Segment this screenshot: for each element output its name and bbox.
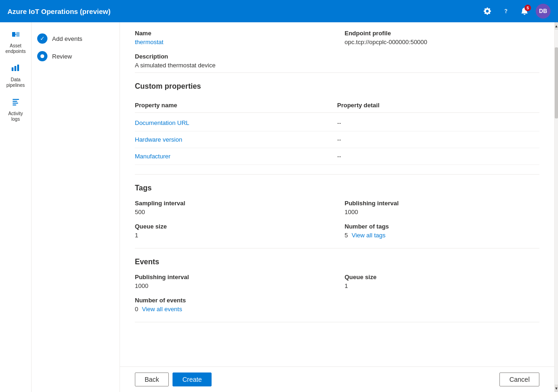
number-of-tags-value-group: 5 View all tags (345, 232, 539, 239)
view-all-events-link[interactable]: View all events (142, 306, 182, 313)
app-title: Azure IoT Operations (preview) (7, 7, 480, 15)
svg-rect-5 (17, 65, 19, 71)
tags-publishing-interval-item: Publishing interval 1000 (345, 200, 539, 216)
number-of-events-value-group: 0 View all events (135, 306, 539, 313)
events-queue-size-label: Queue size (345, 274, 539, 281)
bottom-spacer (135, 322, 539, 333)
number-of-tags-item: Number of tags 5 View all tags (345, 223, 539, 239)
svg-rect-3 (12, 67, 13, 71)
number-of-events-label: Number of events (135, 297, 539, 304)
custom-properties-title: Custom properties (135, 82, 539, 91)
svg-rect-1 (16, 32, 20, 37)
tags-queue-size-value: 1 (135, 232, 330, 239)
tags-info-grid: Sampling interval 500 Publishing interva… (135, 200, 539, 239)
prop-row-documentation-url: Documentation URL -- (135, 115, 539, 131)
svg-rect-4 (14, 66, 16, 71)
svg-rect-8 (13, 103, 18, 104)
number-of-tags-count: 5 (345, 232, 348, 239)
notification-badge: 5 (525, 5, 531, 11)
scroll-track (555, 30, 558, 385)
view-all-tags-link[interactable]: View all tags (352, 232, 385, 239)
step-review[interactable]: Review (37, 47, 114, 65)
prop-name-hardware-version[interactable]: Hardware version (135, 136, 337, 143)
svg-rect-9 (13, 105, 16, 105)
prop-detail-manufacturer: -- (337, 153, 539, 160)
sampling-interval-label: Sampling interval (135, 200, 330, 207)
endpoint-profile-label: Endpoint profile (345, 30, 539, 37)
content-scroll[interactable]: Name thermostat Endpoint profile opc.tcp… (120, 22, 554, 366)
content-area: Name thermostat Endpoint profile opc.tcp… (120, 22, 554, 392)
sampling-interval-value: 500 (135, 209, 330, 216)
prop-col-detail: Property detail (337, 102, 539, 109)
right-scrollbar[interactable]: ▲ ▼ (554, 22, 558, 392)
help-button[interactable] (498, 4, 513, 19)
prop-col-name: Property name (135, 102, 337, 109)
number-of-tags-label: Number of tags (345, 223, 539, 230)
svg-rect-6 (13, 99, 19, 100)
notifications-button[interactable]: 5 (517, 4, 532, 19)
create-button[interactable]: Create (173, 372, 212, 386)
description-item: Description A simulated thermostat devic… (135, 53, 539, 69)
scroll-up-button[interactable]: ▲ (555, 22, 558, 30)
scroll-down-button[interactable]: ▼ (555, 385, 558, 392)
asset-name-value[interactable]: thermostat (135, 39, 330, 46)
activity-logs-icon (11, 98, 20, 109)
tags-queue-size-label: Queue size (135, 223, 330, 230)
number-of-events-count: 0 (135, 306, 138, 313)
events-section: Events Publishing interval 1000 Queue si… (135, 248, 539, 322)
tags-publishing-interval-label: Publishing interval (345, 200, 539, 207)
settings-button[interactable] (480, 4, 495, 19)
asset-info-grid: Name thermostat Endpoint profile opc.tcp… (135, 30, 539, 46)
prop-detail-hardware-version: -- (337, 136, 539, 143)
number-of-events-item: Number of events 0 View all events (135, 297, 539, 313)
topbar-actions: 5 DB (480, 4, 551, 19)
user-avatar[interactable]: DB (536, 4, 551, 19)
asset-info-section: Name thermostat Endpoint profile opc.tcp… (135, 22, 539, 73)
steps-panel: ✓ Add events Review (32, 22, 120, 392)
svg-rect-0 (12, 32, 15, 37)
footer: Back Create Cancel (120, 366, 554, 392)
step-add-events-label: Add events (52, 35, 82, 42)
prop-row-hardware-version: Hardware version -- (135, 131, 539, 148)
scroll-thumb (555, 47, 558, 118)
sidebar-item-activity-logs[interactable]: Activity logs (2, 94, 30, 126)
description-label: Description (135, 53, 539, 60)
step-add-events-circle: ✓ (37, 33, 47, 44)
prop-row-manufacturer: Manufacturer -- (135, 148, 539, 165)
sidebar: Asset endpoints Data pipelines Activity … (0, 22, 32, 392)
custom-properties-section: Custom properties Property name Property… (135, 73, 539, 175)
asset-name-label: Name (135, 30, 330, 37)
prop-name-manufacturer[interactable]: Manufacturer (135, 153, 337, 160)
data-pipelines-icon (11, 64, 20, 75)
sidebar-item-data-pipelines-label: Data pipelines (4, 77, 28, 88)
prop-detail-documentation-url: -- (337, 119, 539, 126)
endpoint-profile-value: opc.tcp://opcplc-000000:50000 (345, 39, 539, 46)
sampling-interval-item: Sampling interval 500 (135, 200, 330, 216)
sidebar-item-data-pipelines[interactable]: Data pipelines (2, 60, 30, 92)
events-publishing-interval-item: Publishing interval 1000 (135, 274, 330, 289)
step-add-events[interactable]: ✓ Add events (37, 30, 114, 47)
asset-name-item: Name thermostat (135, 30, 330, 46)
events-info-grid: Publishing interval 1000 Queue size 1 (135, 274, 539, 289)
events-queue-size-item: Queue size 1 (345, 274, 539, 289)
tags-section: Tags Sampling interval 500 Publishing in… (135, 175, 539, 248)
cancel-button[interactable]: Cancel (499, 372, 539, 386)
sidebar-item-asset-endpoints[interactable]: Asset endpoints (2, 26, 30, 58)
sidebar-item-asset-endpoints-label: Asset endpoints (4, 43, 28, 54)
main-layout: Asset endpoints Data pipelines Activity … (0, 22, 558, 392)
events-publishing-interval-value: 1000 (135, 282, 330, 289)
events-section-title: Events (135, 258, 539, 266)
property-table-header: Property name Property detail (135, 98, 539, 113)
step-review-circle (37, 51, 47, 61)
description-value: A simulated thermostat device (135, 62, 539, 69)
step-review-label: Review (52, 53, 72, 60)
back-button[interactable]: Back (135, 372, 169, 386)
tags-publishing-interval-value: 1000 (345, 209, 539, 216)
tags-section-title: Tags (135, 184, 539, 192)
property-table: Property name Property detail Documentat… (135, 98, 539, 165)
prop-name-documentation-url[interactable]: Documentation URL (135, 119, 337, 126)
asset-endpoints-icon (11, 30, 20, 41)
topbar: Azure IoT Operations (preview) 5 DB (0, 0, 558, 22)
svg-rect-7 (13, 101, 17, 102)
tags-queue-size-item: Queue size 1 (135, 223, 330, 239)
